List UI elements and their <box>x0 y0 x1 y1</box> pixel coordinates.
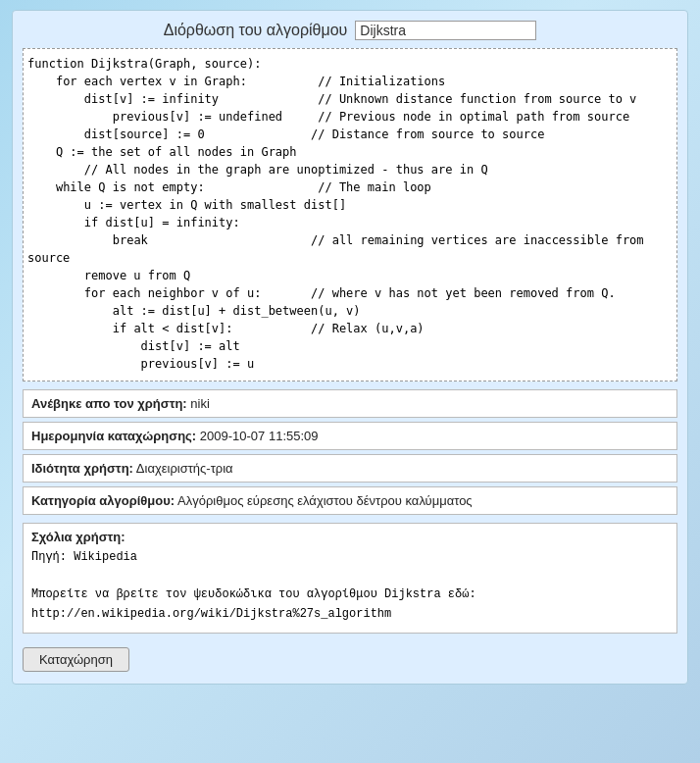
category-row: Κατηγορία αλγορίθμου: Αλγόριθμος εύρεσης… <box>23 486 677 515</box>
uploaded-by-value: niki <box>190 396 210 411</box>
date-row: Ημερομηνία καταχώρησης: 2009-10-07 11:55… <box>23 422 677 450</box>
page-title: Διόρθωση του αλγορίθμου <box>164 22 348 39</box>
uploaded-by-label: Ανέβηκε απο τον χρήστη: <box>31 396 187 411</box>
page-title-row: Διόρθωση του αλγορίθμου <box>23 21 677 40</box>
comments-section: Σχόλια χρήστη: Πηγή: Wikipedia Μπορείτε … <box>23 523 677 634</box>
user-role-value: Διαχειριστής-τρια <box>136 461 233 476</box>
algorithm-name-input[interactable] <box>355 21 536 40</box>
submit-button[interactable]: Καταχώρηση <box>23 647 129 672</box>
main-container: Διόρθωση του αλγορίθμου function Dijkstr… <box>12 10 688 685</box>
user-role-row: Ιδιότητα χρήστη: Διαχειριστής-τρια <box>23 454 677 483</box>
uploaded-by-row: Ανέβηκε απο τον χρήστη: niki <box>23 389 677 418</box>
category-label: Κατηγορία αλγορίθμου: <box>31 493 175 508</box>
comments-title: Σχόλια χρήστη: <box>31 530 669 544</box>
category-value: Αλγόριθμος εύρεσης ελάχιστου δέντρου καλ… <box>177 493 473 508</box>
user-role-label: Ιδιότητα χρήστη: <box>31 461 133 476</box>
code-content: function Dijkstra(Graph, source): for ea… <box>27 55 673 373</box>
comments-text: Πηγή: Wikipedia Μπορείτε να βρείτε τον ψ… <box>31 548 669 627</box>
date-value: 2009-10-07 11:55:09 <box>200 429 319 443</box>
code-display[interactable]: function Dijkstra(Graph, source): for ea… <box>23 48 677 382</box>
date-label: Ημερομηνία καταχώρησης: <box>31 429 196 443</box>
